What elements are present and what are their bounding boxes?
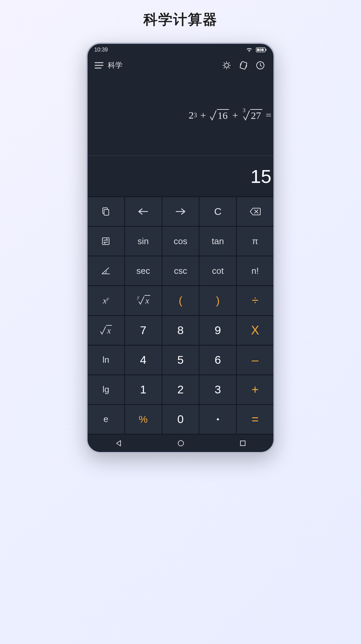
copy-icon (101, 207, 110, 216)
key-5[interactable]: 5 (162, 346, 199, 375)
key-0[interactable]: 0 (162, 405, 199, 434)
key-1[interactable]: 1 (125, 375, 162, 404)
key-pi[interactable]: π (237, 227, 273, 256)
key-minus[interactable]: – (237, 346, 273, 375)
battery-label: 81 (259, 48, 263, 52)
app-header: 科学 (88, 56, 273, 75)
key-8[interactable]: 8 (162, 316, 199, 345)
key-factorial[interactable]: n! (237, 256, 273, 285)
key-equals[interactable]: = (237, 405, 273, 434)
sun-icon (222, 61, 231, 70)
nav-recent[interactable] (239, 440, 246, 447)
key-cos[interactable]: cos (162, 227, 199, 256)
key-2[interactable]: 2 (162, 375, 199, 404)
expression-display: 23 + 16 + 3 27 = (88, 75, 273, 156)
expr-pow-exp: 3 (194, 111, 197, 119)
expr-sqrt-radicand: 16 (217, 109, 229, 121)
backspace-icon (250, 207, 261, 216)
key-backspace[interactable] (237, 197, 273, 226)
key-power[interactable]: xy (88, 286, 124, 315)
arrow-right-icon (175, 207, 186, 216)
expr-plus-2: + (232, 109, 238, 121)
status-time: 10:39 (94, 47, 108, 53)
key-percent[interactable]: % (125, 405, 162, 434)
key-clear[interactable]: C (199, 197, 236, 226)
svg-rect-1 (266, 49, 267, 51)
key-decimal[interactable] (199, 405, 236, 434)
key-cot[interactable]: cot (199, 256, 236, 285)
arrow-left-icon (137, 207, 149, 216)
key-6[interactable]: 6 (199, 346, 236, 375)
key-nth-root-radicand: x (144, 295, 151, 306)
menu-icon (95, 62, 103, 69)
key-csc[interactable]: csc (162, 256, 199, 285)
header-title: 科学 (108, 60, 123, 70)
dot-icon (216, 418, 220, 421)
key-3[interactable]: 3 (199, 375, 236, 404)
result-display: 15 (88, 156, 273, 196)
expr-cbrt-radicand: 27 (250, 109, 262, 121)
svg-rect-8 (102, 238, 109, 245)
key-cursor-right[interactable] (162, 197, 199, 226)
key-divide[interactable]: ÷ (237, 286, 273, 315)
key-power-base: x (103, 296, 107, 305)
theme-button[interactable] (218, 61, 235, 70)
nav-back[interactable] (115, 440, 122, 447)
key-tan[interactable]: tan (199, 227, 236, 256)
key-sin[interactable]: sin (125, 227, 162, 256)
swap-icon (101, 236, 110, 246)
expr-equals: = (266, 109, 271, 121)
svg-rect-4 (240, 61, 247, 69)
key-swap[interactable] (88, 227, 124, 256)
menu-button[interactable] (92, 62, 106, 69)
key-7[interactable]: 7 (125, 316, 162, 345)
triangle-back-icon (115, 440, 122, 447)
key-lg[interactable]: lg (88, 375, 124, 404)
key-nth-root-index: y (137, 294, 139, 300)
key-angle[interactable] (88, 256, 124, 285)
key-plus[interactable]: + (237, 375, 273, 404)
status-bar: 10:39 81 (88, 44, 273, 56)
svg-rect-11 (240, 441, 245, 446)
key-cursor-left[interactable] (125, 197, 162, 226)
key-4[interactable]: 4 (125, 346, 162, 375)
expr-plus-1: + (200, 109, 206, 121)
nav-home[interactable] (177, 440, 185, 447)
key-copy[interactable] (88, 197, 124, 226)
angle-icon (101, 266, 111, 275)
circle-home-icon (177, 440, 185, 447)
key-nth-root[interactable]: y x (125, 286, 162, 315)
key-e[interactable]: e (88, 405, 124, 434)
key-left-paren[interactable]: ( (162, 286, 199, 315)
expr-cbrt: 3 27 (241, 109, 262, 121)
battery-icon: 81 (256, 47, 267, 53)
keypad: C sin cos tan π sec csc cot n! xy y x (88, 196, 273, 434)
square-recent-icon (239, 440, 246, 447)
key-right-paren[interactable]: ) (199, 286, 236, 315)
expr-sqrt: 16 (209, 109, 229, 121)
key-9[interactable]: 9 (199, 316, 236, 345)
history-button[interactable] (252, 61, 269, 70)
key-ln[interactable]: ln (88, 346, 124, 375)
key-sec[interactable]: sec (125, 256, 162, 285)
key-power-exp: y (107, 295, 109, 301)
expr-pow-base: 2 (189, 109, 194, 121)
key-sqrt[interactable]: x (88, 316, 124, 345)
page-title: 科学计算器 (143, 10, 218, 29)
android-nav-bar (88, 434, 273, 452)
rotate-button[interactable] (235, 60, 252, 70)
svg-point-3 (225, 63, 229, 67)
rotate-icon (238, 60, 249, 70)
key-multiply[interactable]: X (237, 316, 273, 345)
clock-icon (256, 61, 265, 70)
key-sqrt-radicand: x (106, 325, 112, 336)
expr-cbrt-index: 3 (243, 107, 245, 114)
svg-rect-7 (104, 210, 109, 215)
phone-frame: 10:39 81 科学 (86, 42, 275, 453)
svg-point-10 (178, 441, 184, 446)
svg-point-9 (217, 418, 219, 420)
wifi-icon (246, 47, 253, 53)
